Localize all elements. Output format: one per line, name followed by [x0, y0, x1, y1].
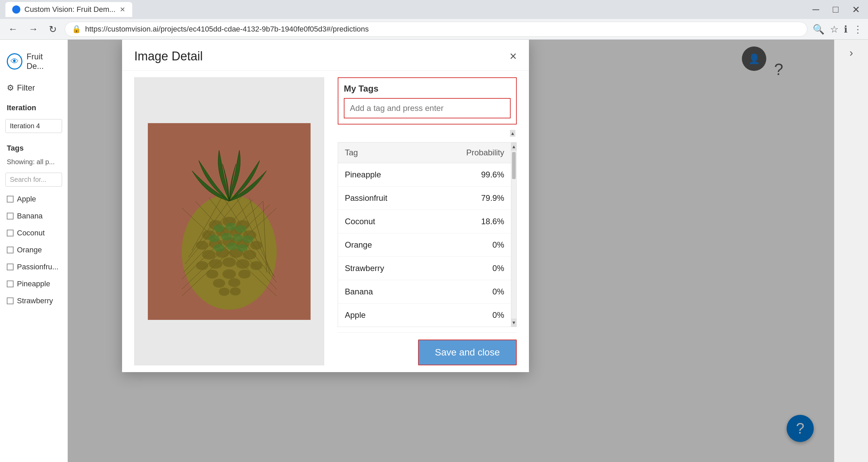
svg-point-33 — [222, 257, 236, 267]
tab-close-button[interactable]: ✕ — [120, 5, 125, 14]
right-panel: › — [834, 40, 868, 462]
apple-checkbox[interactable] — [7, 196, 14, 203]
image-area — [134, 77, 324, 365]
search-button[interactable]: 🔍 — [813, 24, 825, 35]
coconut-checkbox[interactable] — [7, 230, 14, 236]
showing-label: Showing: all p... — [0, 157, 67, 167]
browser-actions: 🔍 ☆ ℹ ⋮ — [813, 24, 863, 35]
tag-search-input[interactable]: Search for... — [5, 173, 62, 187]
prediction-row-pineapple: Pineapple 99.6% — [338, 163, 516, 187]
pineapple-image — [148, 123, 311, 320]
pred-prob-1: 79.9% — [481, 193, 504, 203]
scroll-up-btn[interactable]: ▲ — [511, 142, 516, 151]
scroll-thumb[interactable] — [512, 152, 516, 179]
sidebar-filter-btn[interactable]: ⚙ Filter — [0, 79, 67, 97]
banana-checkbox[interactable] — [7, 213, 14, 219]
iteration-label: Iteration — [0, 99, 67, 114]
pred-prob-3: 0% — [492, 240, 504, 250]
prediction-row-apple: Apple 0% — [338, 304, 516, 327]
bookmark-button[interactable]: ☆ — [830, 24, 839, 35]
svg-point-48 — [221, 233, 232, 240]
tag-column-header: Tag — [345, 148, 466, 157]
expand-right-icon[interactable]: › — [849, 46, 853, 59]
save-area: Save and close — [338, 332, 517, 365]
sidebar-logo: 👁 Fruit De... — [0, 46, 67, 76]
passionfruit-label: Passionfru... — [17, 263, 58, 271]
my-tags-label: My Tags — [344, 83, 511, 94]
close-button[interactable]: ✕ — [849, 3, 863, 17]
url-text: https://customvision.ai/projects/ec4105d… — [85, 25, 800, 34]
back-button[interactable]: ← — [5, 22, 20, 36]
tab-favicon — [12, 5, 20, 14]
browser-tab[interactable]: Custom Vision: Fruit Dem... ✕ — [5, 2, 132, 17]
orange-checkbox[interactable] — [7, 247, 14, 253]
pred-prob-4: 0% — [492, 264, 504, 273]
prediction-row-strawberry: Strawberry 0% — [338, 257, 516, 280]
pred-prob-5: 0% — [492, 287, 504, 296]
svg-point-45 — [225, 223, 236, 230]
iteration-dropdown[interactable]: Iteration 4 — [5, 119, 62, 133]
sidebar-item-passionfruit[interactable]: Passionfru... — [0, 260, 67, 274]
prediction-row-coconut: Coconut 18.6% — [338, 210, 516, 233]
pred-prob-2: 18.6% — [481, 217, 504, 226]
pred-tag-5: Banana — [345, 287, 492, 296]
address-bar[interactable]: 🔒 https://customvision.ai/projects/ec410… — [65, 22, 807, 37]
scroll-up-arrow[interactable]: ▲ — [510, 130, 515, 137]
pineapple-label: Pineapple — [17, 280, 50, 288]
prediction-row-passionfruit: Passionfruit 79.9% — [338, 187, 516, 210]
sidebar: 👁 Fruit De... ⚙ Filter Iteration Iterati… — [0, 40, 68, 462]
prediction-row-banana: Banana 0% — [338, 280, 516, 304]
scroll-down-btn[interactable]: ▼ — [511, 319, 516, 327]
svg-point-28 — [202, 250, 216, 259]
predictions-table: Tag Probability Pineapple 99.6% — [338, 142, 517, 327]
predictions-scrollbar[interactable]: ▲ ▼ — [511, 142, 516, 327]
svg-point-32 — [209, 259, 222, 269]
maximize-button[interactable]: □ — [830, 3, 841, 16]
reload-button[interactable]: ↻ — [46, 22, 59, 36]
search-placeholder: Search for... — [10, 176, 46, 183]
svg-point-51 — [214, 244, 224, 252]
svg-point-27 — [250, 241, 262, 250]
modal-body: My Tags ▲ Tag Probability — [122, 71, 529, 372]
svg-point-44 — [214, 225, 224, 232]
svg-point-38 — [222, 269, 236, 279]
forward-button[interactable]: → — [26, 22, 41, 36]
passionfruit-checkbox[interactable] — [7, 264, 14, 270]
prediction-row-orange: Orange 0% — [338, 233, 516, 257]
modal-close-button[interactable]: × — [510, 50, 517, 62]
sidebar-item-banana[interactable]: Banana — [0, 209, 67, 223]
pineapple-checkbox[interactable] — [7, 281, 14, 287]
sidebar-item-orange[interactable]: Orange — [0, 243, 67, 257]
svg-point-43 — [230, 287, 241, 295]
browser-omnibar: ← → ↻ 🔒 https://customvision.ai/projects… — [0, 19, 868, 39]
app-container: 👁 Fruit De... ⚙ Filter Iteration Iterati… — [0, 40, 868, 462]
logo-text: Fruit De... — [26, 52, 61, 71]
strawberry-checkbox[interactable] — [7, 297, 14, 304]
svg-point-53 — [237, 244, 248, 252]
svg-point-50 — [242, 235, 253, 243]
svg-point-42 — [219, 288, 230, 296]
browser-titlebar: Custom Vision: Fruit Dem... ✕ ─ □ ✕ — [0, 0, 868, 19]
info-button[interactable]: ℹ — [844, 24, 848, 35]
svg-point-52 — [226, 243, 237, 250]
sidebar-item-apple[interactable]: Apple — [0, 192, 67, 206]
minimize-button[interactable]: ─ — [810, 3, 822, 16]
tag-input[interactable] — [344, 98, 511, 118]
modal-title: Image Detail — [134, 49, 203, 63]
coconut-label: Coconut — [17, 229, 45, 237]
pred-tag-6: Apple — [345, 310, 492, 320]
save-and-close-button[interactable]: Save and close — [418, 340, 517, 365]
browser-chrome: Custom Vision: Fruit Dem... ✕ ─ □ ✕ ← → … — [0, 0, 868, 40]
svg-point-49 — [232, 234, 243, 242]
filter-label: Filter — [17, 83, 35, 93]
menu-button[interactable]: ⋮ — [853, 24, 863, 35]
probability-column-header: Probability — [466, 148, 504, 157]
svg-point-34 — [236, 259, 250, 269]
sidebar-item-coconut[interactable]: Coconut — [0, 226, 67, 240]
sidebar-item-strawberry[interactable]: Strawberry — [0, 294, 67, 308]
svg-point-26 — [196, 241, 208, 250]
tags-label: Tags — [0, 138, 67, 154]
modal-header: Image Detail × — [122, 40, 529, 71]
sidebar-item-pineapple[interactable]: Pineapple — [0, 277, 67, 291]
filter-icon: ⚙ — [7, 83, 14, 93]
